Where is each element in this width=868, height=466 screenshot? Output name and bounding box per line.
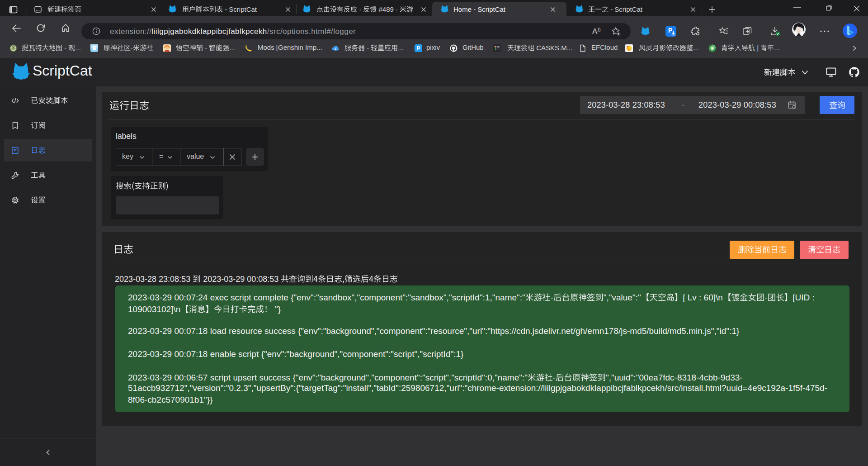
- svg-text:P: P: [416, 45, 420, 52]
